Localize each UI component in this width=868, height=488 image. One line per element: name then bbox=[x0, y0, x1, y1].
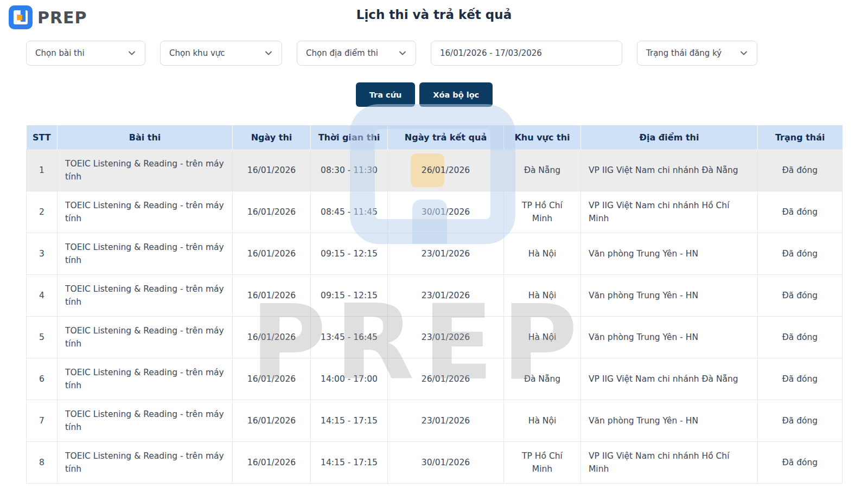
table-row[interactable]: 6TOEIC Listening & Reading - trên máy tí… bbox=[27, 358, 843, 400]
table-cell: 5 bbox=[27, 317, 58, 358]
table-cell: 16/01/2026 bbox=[233, 358, 311, 400]
cell-text: 3 bbox=[39, 249, 44, 259]
location-select[interactable]: Chọn địa điểm thi bbox=[297, 41, 416, 66]
table-cell: 23/01/2026 bbox=[388, 400, 504, 442]
cell-text: 6 bbox=[39, 374, 44, 384]
cell-text: Đã đóng bbox=[782, 458, 818, 467]
cell-text: Hà Nội bbox=[528, 332, 556, 342]
table-row[interactable]: 5TOEIC Listening & Reading - trên máy tí… bbox=[27, 317, 843, 358]
table-cell: Đã đóng bbox=[758, 233, 843, 275]
cell-text: 16/01/2026 bbox=[247, 249, 296, 259]
table-cell: TOEIC Listening & Reading - trên máy tín… bbox=[58, 358, 233, 400]
table-cell: 14:15 - 17:15 bbox=[311, 442, 388, 484]
cell-text: Hà Nội bbox=[528, 416, 556, 426]
table-cell: VP IIG Việt Nam chi nhánh Đà Nẵng bbox=[581, 358, 758, 400]
cell-text: Đã đóng bbox=[782, 291, 818, 300]
cell-text: 5 bbox=[39, 332, 44, 342]
cell-text: Đà Nẵng bbox=[524, 374, 560, 384]
table-cell: 08:30 - 11:30 bbox=[311, 150, 388, 191]
cell-text: 14:15 - 17:15 bbox=[321, 458, 378, 467]
column-header-5: Khu vực thi bbox=[504, 125, 581, 150]
table-cell: TP Hồ Chí Minh bbox=[504, 191, 581, 233]
cell-text: Đã đóng bbox=[782, 165, 818, 175]
table-cell: 23/01/2026 bbox=[388, 233, 504, 275]
search-button[interactable]: Tra cứu bbox=[356, 82, 416, 107]
table-cell: VP IIG Việt Nam chi nhánh Hồ Chí Minh bbox=[581, 442, 758, 484]
column-header-7: Trạng thái bbox=[758, 125, 843, 150]
chevron-down-icon bbox=[264, 49, 273, 57]
table-cell: 16/01/2026 bbox=[233, 317, 311, 358]
cell-text: TOEIC Listening & Reading - trên máy tín… bbox=[65, 201, 224, 223]
table-cell: 16/01/2026 bbox=[233, 442, 311, 484]
cell-text: Đã đóng bbox=[782, 374, 818, 384]
cell-text: VP IIG Việt Nam chi nhánh Hồ Chí Minh bbox=[589, 201, 730, 223]
clear-filters-button[interactable]: Xóa bộ lọc bbox=[419, 82, 493, 107]
region-select-label: Chọn khu vực bbox=[169, 48, 225, 58]
cell-text: TOEIC Listening & Reading - trên máy tín… bbox=[65, 368, 224, 390]
table-row[interactable]: 8TOEIC Listening & Reading - trên máy tí… bbox=[27, 442, 843, 484]
cell-text: Đã đóng bbox=[782, 249, 818, 259]
table-cell: 16/01/2026 bbox=[233, 233, 311, 275]
table-cell: Văn phòng Trung Yên - HN bbox=[581, 400, 758, 442]
cell-text: 08:45 - 11:45 bbox=[321, 207, 378, 217]
table-cell: TOEIC Listening & Reading - trên máy tín… bbox=[58, 150, 233, 191]
table-cell: Hà Nội bbox=[504, 400, 581, 442]
chevron-down-icon bbox=[127, 49, 136, 57]
exam-select[interactable]: Chọn bài thi bbox=[26, 41, 145, 66]
table-cell: 1 bbox=[27, 150, 58, 191]
cell-text: 23/01/2026 bbox=[422, 416, 470, 426]
cell-text: Văn phòng Trung Yên - HN bbox=[589, 249, 698, 259]
table-cell: 3 bbox=[27, 233, 58, 275]
cell-text: Đã đóng bbox=[782, 207, 818, 217]
date-range-input[interactable]: 16/01/2026 - 17/03/2026 bbox=[431, 41, 622, 66]
table-row[interactable]: 4TOEIC Listening & Reading - trên máy tí… bbox=[27, 275, 843, 317]
table-cell: 23/01/2026 bbox=[388, 317, 504, 358]
exam-schedule-table: STTBài thiNgày thiThời gian thiNgày trả … bbox=[26, 125, 843, 484]
cell-text: 16/01/2026 bbox=[247, 332, 296, 342]
cell-text: 4 bbox=[39, 291, 44, 300]
region-select[interactable]: Chọn khu vực bbox=[160, 41, 282, 66]
table-cell: VP IIG Việt Nam chi nhánh Hồ Chí Minh bbox=[581, 191, 758, 233]
table-cell: TOEIC Listening & Reading - trên máy tín… bbox=[58, 400, 233, 442]
cell-text: 30/01/2026 bbox=[422, 207, 470, 217]
cell-text: 7 bbox=[39, 416, 44, 426]
cell-text: VP IIG Việt Nam chi nhánh Đà Nẵng bbox=[589, 374, 738, 384]
table-cell: 14:00 - 17:00 bbox=[311, 358, 388, 400]
cell-text: Văn phòng Trung Yên - HN bbox=[589, 332, 698, 342]
cell-text: 30/01/2026 bbox=[422, 458, 470, 467]
cell-text: Văn phòng Trung Yên - HN bbox=[589, 416, 698, 426]
table-cell: Đã đóng bbox=[758, 400, 843, 442]
cell-text: 26/01/2026 bbox=[422, 165, 470, 175]
cell-text: TOEIC Listening & Reading - trên máy tín… bbox=[65, 409, 224, 432]
table-row[interactable]: 7TOEIC Listening & Reading - trên máy tí… bbox=[27, 400, 843, 442]
cell-text: Hà Nội bbox=[528, 291, 556, 300]
table-row[interactable]: 3TOEIC Listening & Reading - trên máy tí… bbox=[27, 233, 843, 275]
column-header-2: Ngày thi bbox=[233, 125, 311, 150]
table-cell: 23/01/2026 bbox=[388, 275, 504, 317]
status-select[interactable]: Trạng thái đăng ký bbox=[637, 41, 757, 66]
table-cell: Hà Nội bbox=[504, 317, 581, 358]
table-cell: 30/01/2026 bbox=[388, 191, 504, 233]
table-cell: Đã đóng bbox=[758, 275, 843, 317]
table-cell: 4 bbox=[27, 275, 58, 317]
table-cell: VP IIG Việt Nam chi nhánh Đà Nẵng bbox=[581, 150, 758, 191]
table-cell: 08:45 - 11:45 bbox=[311, 191, 388, 233]
table-cell: 09:15 - 12:15 bbox=[311, 275, 388, 317]
table-cell: 26/01/2026 bbox=[388, 358, 504, 400]
table-row[interactable]: 2TOEIC Listening & Reading - trên máy tí… bbox=[27, 191, 843, 233]
cell-text: 09:15 - 12:15 bbox=[321, 291, 378, 300]
table-cell: Đã đóng bbox=[758, 358, 843, 400]
table-cell: TOEIC Listening & Reading - trên máy tín… bbox=[58, 317, 233, 358]
table-cell: 8 bbox=[27, 442, 58, 484]
chevron-down-icon bbox=[739, 49, 748, 57]
cell-text: Văn phòng Trung Yên - HN bbox=[589, 291, 698, 300]
cell-text: Hà Nội bbox=[528, 249, 556, 259]
table-cell: Hà Nội bbox=[504, 233, 581, 275]
cell-text: 8 bbox=[39, 458, 44, 467]
column-header-3: Thời gian thi bbox=[311, 125, 388, 150]
table-cell: TOEIC Listening & Reading - trên máy tín… bbox=[58, 233, 233, 275]
table-cell: 16/01/2026 bbox=[233, 400, 311, 442]
table-row[interactable]: 1TOEIC Listening & Reading - trên máy tí… bbox=[27, 150, 843, 191]
cell-text: 16/01/2026 bbox=[247, 416, 296, 426]
table-cell: TOEIC Listening & Reading - trên máy tín… bbox=[58, 275, 233, 317]
